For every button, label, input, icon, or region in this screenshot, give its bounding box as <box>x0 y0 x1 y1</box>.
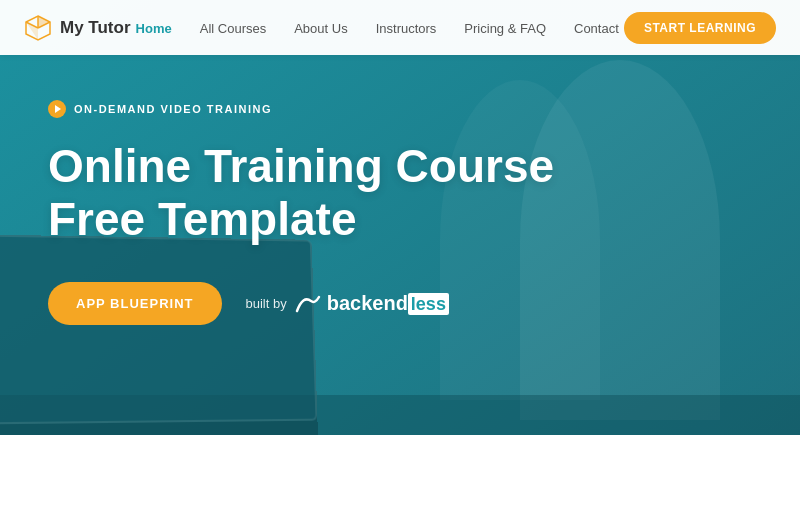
start-learning-button[interactable]: START LEARNING <box>624 12 776 44</box>
play-icon <box>48 100 66 118</box>
bottom-white-area <box>0 435 800 515</box>
hero-actions: APP BLUEPRINT built by backendless <box>48 282 800 325</box>
nav-link-contact[interactable]: Contact <box>574 21 619 36</box>
nav-link-pricing[interactable]: Pricing & FAQ <box>464 21 546 36</box>
backendless-part1: backend <box>327 292 408 314</box>
built-by-section: built by backendless <box>246 292 449 315</box>
backendless-swoosh-icon <box>295 293 323 313</box>
nav-link-courses[interactable]: All Courses <box>200 21 266 36</box>
backendless-part2: less <box>408 293 449 315</box>
nav-link-instructors[interactable]: Instructors <box>376 21 437 36</box>
svg-marker-1 <box>38 16 50 28</box>
backendless-logo: backendless <box>295 292 449 315</box>
nav-link-about[interactable]: About Us <box>294 21 347 36</box>
hero-badge-text: ON-DEMAND VIDEO TRAINING <box>74 103 272 115</box>
nav-item-courses[interactable]: All Courses <box>200 19 266 37</box>
nav-item-pricing[interactable]: Pricing & FAQ <box>464 19 546 37</box>
nav-links: Home All Courses About Us Instructors Pr… <box>136 19 619 37</box>
hero-title-line2: Free Template <box>48 193 356 245</box>
hero-badge-row: ON-DEMAND VIDEO TRAINING <box>48 100 800 118</box>
nav-item-home[interactable]: Home <box>136 19 172 37</box>
logo: My Tutor <box>24 14 131 42</box>
nav-item-contact[interactable]: Contact <box>574 19 619 37</box>
logo-text: My Tutor <box>60 18 131 38</box>
hero-title-line1: Online Training Course <box>48 140 554 192</box>
logo-icon <box>24 14 52 42</box>
nav-item-instructors[interactable]: Instructors <box>376 19 437 37</box>
hero-title: Online Training Course Free Template <box>48 140 568 246</box>
nav-item-about[interactable]: About Us <box>294 19 347 37</box>
navbar: My Tutor Home All Courses About Us Instr… <box>0 0 800 55</box>
nav-link-home[interactable]: Home <box>136 21 172 36</box>
backendless-name-text: backendless <box>327 292 449 315</box>
blueprint-button[interactable]: APP BLUEPRINT <box>48 282 222 325</box>
built-by-text: built by <box>246 296 287 311</box>
